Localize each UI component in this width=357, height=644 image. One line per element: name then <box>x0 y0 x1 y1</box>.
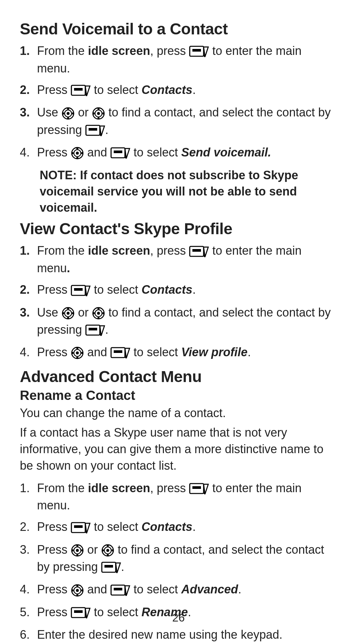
nav-icon <box>71 344 84 361</box>
softkey-icon <box>110 344 130 361</box>
nav-icon <box>71 144 84 161</box>
heading-advanced-menu: Advanced Contact Menu <box>20 367 337 386</box>
paragraph: If a contact has a Skype user name that … <box>20 424 337 474</box>
step: 3. Press or to find a contact, and selec… <box>20 539 337 579</box>
text: . <box>192 520 196 534</box>
steps-send-voicemail: 1. From the idle screen, press to enter … <box>20 40 337 164</box>
text: From the <box>37 244 88 257</box>
text-bolditalic: Contacts <box>141 283 192 296</box>
text: to select <box>91 83 141 97</box>
step: 2. Press to select Contacts. <box>20 79 337 102</box>
text: , press <box>150 244 189 257</box>
subheading-rename: Rename a Contact <box>20 388 337 403</box>
text-bold: idle screen <box>88 44 150 58</box>
step-number: 2. <box>20 281 34 298</box>
softkey-icon <box>71 519 91 535</box>
step-number: 3. <box>20 104 34 121</box>
softkey-icon <box>71 82 91 98</box>
step: 4. Press and to select View profile. <box>20 341 337 364</box>
text: . <box>248 345 251 359</box>
text: From the <box>37 481 88 495</box>
nav-icon <box>92 304 105 321</box>
softkey-icon <box>71 281 91 298</box>
text: to select <box>91 520 141 534</box>
text: Press <box>37 345 71 359</box>
step-number: 4. <box>20 144 34 161</box>
softkey-icon <box>110 144 130 161</box>
nav-icon <box>92 104 105 121</box>
step-number: 1. <box>20 480 34 496</box>
softkey-icon <box>110 581 130 598</box>
step: 3. Use or to find a contact, and select … <box>20 102 337 142</box>
text: Press <box>37 543 71 556</box>
text: Press <box>37 520 71 534</box>
text: and <box>84 582 110 596</box>
text-bolditalic: Advanced <box>181 582 238 596</box>
step-number: 1. <box>20 43 34 59</box>
nav-icon <box>71 581 84 598</box>
nav-icon <box>101 541 114 558</box>
step: 6. Enter the desired new name using the … <box>20 624 337 644</box>
text: . <box>192 283 196 296</box>
text: or <box>84 543 101 556</box>
text: or <box>75 106 92 119</box>
text: to select <box>130 146 181 159</box>
text: Press <box>37 146 71 159</box>
step-number: 1. <box>20 242 34 259</box>
text: Press <box>37 582 71 596</box>
text: . <box>238 582 241 596</box>
step: 2. Press to select Contacts. <box>20 279 337 301</box>
nav-icon <box>61 104 75 121</box>
paragraph: You can change the name of a contact. <box>20 405 337 421</box>
softkey-icon <box>85 322 105 338</box>
text: Press <box>37 283 71 296</box>
text: to select <box>130 582 181 596</box>
text: , press <box>150 44 189 58</box>
step-number: 3. <box>20 304 34 321</box>
steps-view-profile: 1. From the idle screen, press to enter … <box>20 240 337 364</box>
text-bold: . <box>67 261 70 275</box>
heading-send-voicemail: Send Voicemail to a Contact <box>20 20 337 38</box>
step: 4. Press and to select Send voicemail. <box>20 142 337 164</box>
softkey-icon <box>85 121 105 138</box>
text: or <box>75 306 92 319</box>
softkey-icon <box>189 43 209 59</box>
text: and <box>84 146 110 159</box>
step-number: 2. <box>20 82 34 98</box>
step-number: 6. <box>20 626 34 643</box>
heading-view-profile: View Contact's Skype Profile <box>20 220 337 238</box>
text: Use <box>37 306 61 319</box>
text-bold: idle screen <box>88 481 150 495</box>
step: 1. From the idle screen, press to enter … <box>20 240 337 279</box>
step: 4. Press and to select Advanced. <box>20 579 337 601</box>
text: Press <box>37 83 71 97</box>
text: Use <box>37 106 61 119</box>
text: and <box>84 345 110 359</box>
step: 2. Press to select Contacts. <box>20 516 337 538</box>
page-number: 26 <box>0 611 357 624</box>
step-number: 3. <box>20 541 34 558</box>
text: . <box>192 83 196 97</box>
softkey-icon <box>189 242 209 259</box>
text: Enter the desired new name using the key… <box>37 628 282 641</box>
note-text: NOTE: If contact does not subscribe to S… <box>40 167 337 216</box>
text-bolditalic: Contacts <box>141 520 192 534</box>
text-bolditalic: View profile <box>181 345 248 359</box>
step: 1. From the idle screen, press to enter … <box>20 40 337 79</box>
text: . <box>105 323 108 336</box>
text: to select <box>130 345 181 359</box>
nav-icon <box>71 541 84 558</box>
text-bolditalic: Send voicemail. <box>181 146 271 159</box>
softkey-icon <box>189 480 209 496</box>
nav-icon <box>61 304 75 321</box>
text-bold: idle screen <box>88 244 150 257</box>
step-number: 4. <box>20 581 34 598</box>
text: , press <box>150 481 189 495</box>
text-bolditalic: Contacts <box>141 83 192 97</box>
step-number: 4. <box>20 344 34 361</box>
text: . <box>121 560 124 574</box>
softkey-icon <box>101 559 121 575</box>
step: 3. Use or to find a contact, and select … <box>20 302 337 342</box>
text: From the <box>37 44 88 58</box>
text: . <box>105 123 108 137</box>
